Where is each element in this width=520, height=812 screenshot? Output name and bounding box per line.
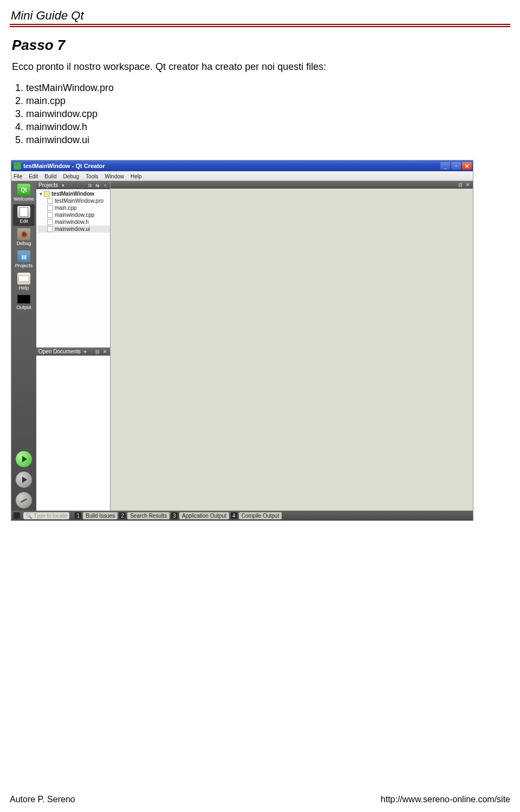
- tree-root[interactable]: ▾ testMainWindow: [37, 190, 110, 197]
- search-icon: 🔍: [25, 513, 32, 519]
- mode-label: Output: [16, 305, 31, 310]
- file-item: mainwindow.h: [26, 121, 510, 133]
- tree-file[interactable]: mainwindow.h: [37, 218, 110, 225]
- editor-area[interactable]: ⊟ ✕: [110, 181, 473, 511]
- minimize-button[interactable]: _: [440, 162, 450, 170]
- file-list: testMainWindow.pro main.cpp mainwindow.c…: [12, 82, 510, 146]
- menu-debug[interactable]: Debug: [63, 173, 79, 179]
- tree-file[interactable]: main.cpp: [37, 204, 110, 211]
- form-icon: [47, 226, 53, 232]
- rule-top: [10, 24, 510, 25]
- close-icon[interactable]: ✕: [465, 182, 471, 188]
- window-title: testMainWindow - Qt Creator: [23, 163, 105, 169]
- file-item: testMainWindow.pro: [26, 82, 510, 94]
- mode-label: Edit: [20, 218, 28, 224]
- menu-build[interactable]: Build: [44, 173, 56, 179]
- menu-help[interactable]: Help: [131, 173, 142, 179]
- footer-url: http://www.sereno-online.com/site: [381, 795, 510, 804]
- tab-compile-output[interactable]: 4Compile Output: [231, 512, 282, 519]
- mode-label: Projects: [15, 263, 33, 268]
- file-icon: [47, 198, 53, 204]
- node-label: mainwindow.ui: [55, 226, 90, 232]
- mode-bar: Welcome Edit Debug Projects Help: [11, 181, 36, 511]
- folder-icon: [44, 191, 50, 197]
- menu-edit[interactable]: Edit: [29, 173, 38, 179]
- mode-label: Help: [19, 285, 29, 291]
- projects-header[interactable]: Projects ▾ ⧉ ⇆ »: [36, 181, 110, 189]
- side-panel: Projects ▾ ⧉ ⇆ » ▾ testMainWindow: [36, 181, 110, 511]
- rule-top-2: [10, 26, 510, 27]
- mode-debug[interactable]: Debug: [13, 227, 35, 248]
- mode-label: Debug: [17, 241, 31, 246]
- panel-title: Projects: [38, 182, 58, 188]
- chevron-down-icon[interactable]: ▾: [83, 349, 88, 355]
- mode-label: Welcome: [14, 196, 34, 202]
- file-icon: [47, 219, 53, 225]
- footer-author: Autore P. Sereno: [10, 795, 75, 804]
- node-label: main.cpp: [55, 205, 77, 211]
- mode-projects[interactable]: Projects: [13, 249, 35, 270]
- help-icon: [17, 273, 30, 285]
- tree-file[interactable]: mainwindow.cpp: [37, 211, 110, 218]
- sync-icon[interactable]: ⇆: [95, 183, 100, 188]
- split-icon[interactable]: ⊟: [458, 182, 463, 188]
- node-label: testMainWindow: [51, 191, 94, 197]
- file-icon: [47, 205, 53, 211]
- tab-search-results[interactable]: 2Search Results: [119, 512, 170, 519]
- tab-build-issues[interactable]: 1Build Issues: [75, 512, 118, 519]
- mode-output[interactable]: Output: [13, 293, 35, 312]
- maximize-button[interactable]: ▫: [451, 162, 461, 170]
- split-icon[interactable]: ⊟: [95, 349, 100, 355]
- node-label: mainwindow.cpp: [55, 212, 94, 218]
- mode-edit[interactable]: Edit: [13, 204, 35, 226]
- file-item: mainwindow.cpp: [26, 108, 510, 120]
- run-button[interactable]: [16, 451, 32, 467]
- menu-file[interactable]: File: [14, 173, 22, 179]
- project-tree[interactable]: ▾ testMainWindow testMainWindow.pro main…: [36, 189, 110, 347]
- node-label: testMainWindow.pro: [55, 198, 103, 204]
- window-titlebar[interactable]: testMainWindow - Qt Creator _ ▫ ✕: [11, 160, 473, 171]
- panel-title: Open Documents: [38, 349, 81, 355]
- debug-run-button[interactable]: [16, 472, 32, 488]
- toggle-sidebar-button[interactable]: [14, 512, 20, 519]
- qt-icon: [17, 184, 30, 196]
- build-button[interactable]: [16, 492, 32, 508]
- output-icon: [17, 295, 30, 304]
- edit-icon: [17, 206, 30, 218]
- chevron-down-icon[interactable]: ▾: [60, 183, 66, 188]
- menu-window[interactable]: Window: [105, 173, 124, 179]
- intro-paragraph: Ecco pronto il nostro workspace. Qt crea…: [12, 61, 510, 73]
- mode-welcome[interactable]: Welcome: [13, 182, 35, 204]
- file-icon: [47, 212, 53, 218]
- close-button[interactable]: ✕: [462, 162, 472, 170]
- collapse-icon[interactable]: ▾: [38, 191, 43, 197]
- tree-file-selected[interactable]: mainwindow.ui: [37, 225, 110, 233]
- tab-application-output[interactable]: 3Application Output: [171, 512, 229, 519]
- work-area: Welcome Edit Debug Projects Help: [11, 181, 473, 511]
- close-icon[interactable]: ✕: [102, 349, 108, 355]
- bug-icon: [17, 228, 30, 240]
- screenshot-qtcreator: testMainWindow - Qt Creator _ ▫ ✕ File E…: [11, 160, 473, 521]
- open-documents-header[interactable]: Open Documents ▾ ⊟ ✕: [36, 347, 110, 356]
- app-icon: [14, 162, 21, 170]
- open-documents-list[interactable]: [36, 356, 110, 511]
- section-title: Passo 7: [12, 37, 510, 54]
- file-item: main.cpp: [26, 95, 510, 107]
- node-label: mainwindow.h: [55, 219, 89, 225]
- more-icon[interactable]: »: [102, 183, 108, 188]
- mode-help[interactable]: Help: [13, 271, 35, 293]
- file-item: mainwindow.ui: [26, 134, 510, 146]
- doc-title: Mini Guide Qt: [11, 9, 510, 23]
- menu-bar: File Edit Build Debug Tools Window Help: [11, 171, 473, 181]
- locator-input[interactable]: 🔍 Type to locate: [23, 512, 69, 519]
- locator-placeholder: Type to locate: [34, 513, 67, 519]
- menu-tools[interactable]: Tools: [86, 173, 98, 179]
- tree-file[interactable]: testMainWindow.pro: [37, 197, 110, 204]
- filter-icon[interactable]: ⧉: [87, 183, 93, 188]
- status-bar: 🔍 Type to locate 1Build Issues 2Search R…: [11, 511, 473, 520]
- projects-icon: [17, 250, 30, 262]
